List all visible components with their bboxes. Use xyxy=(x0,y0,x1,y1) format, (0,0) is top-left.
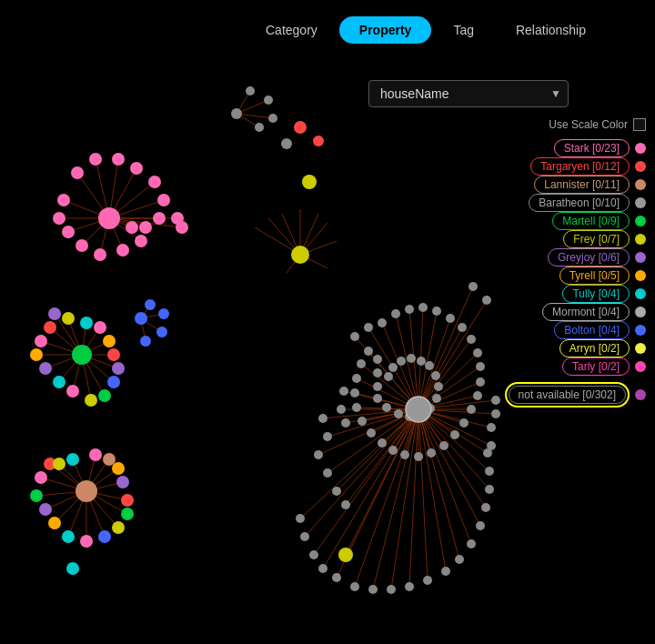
legend-items-container: Stark [0/23]Targaryen [0/12]Lannister [0… xyxy=(505,139,646,376)
legend-dot-10 xyxy=(635,325,646,336)
svg-point-144 xyxy=(476,377,485,387)
svg-point-212 xyxy=(483,448,492,458)
legend-dot-3 xyxy=(635,197,646,208)
svg-point-284 xyxy=(302,175,317,189)
svg-point-185 xyxy=(314,450,323,459)
svg-point-241 xyxy=(66,385,79,397)
svg-point-178 xyxy=(388,363,398,372)
legend-item: Tyrell [0/5] xyxy=(505,267,646,285)
svg-point-160 xyxy=(357,359,366,368)
svg-line-121 xyxy=(418,409,471,544)
svg-point-156 xyxy=(358,417,367,426)
svg-point-219 xyxy=(112,153,125,166)
svg-point-215 xyxy=(338,548,353,562)
svg-point-174 xyxy=(425,361,434,370)
svg-point-149 xyxy=(439,441,448,450)
legend-item: Targaryen [0/12] xyxy=(505,157,646,176)
svg-point-225 xyxy=(53,212,66,225)
svg-point-237 xyxy=(35,335,47,347)
svg-point-198 xyxy=(318,564,328,573)
svg-point-190 xyxy=(318,414,328,423)
svg-point-132 xyxy=(350,332,359,341)
legend-pill-5[interactable]: Frey [0/7] xyxy=(563,230,630,248)
svg-point-163 xyxy=(373,368,382,377)
svg-point-263 xyxy=(121,494,134,507)
tab-tag[interactable]: Tag xyxy=(433,16,494,44)
svg-point-153 xyxy=(388,446,398,455)
legend-pill-0[interactable]: Stark [0/23] xyxy=(554,139,630,157)
legend-item: Lannister [0/11] xyxy=(505,176,646,194)
use-scale-checkbox[interactable] xyxy=(633,118,646,131)
svg-point-265 xyxy=(112,462,125,475)
legend-item: Baratheon [0/10] xyxy=(505,194,646,212)
svg-point-211 xyxy=(485,467,494,476)
svg-point-148 xyxy=(450,430,459,439)
legend-pill-9[interactable]: Mormont [0/4] xyxy=(542,303,630,321)
svg-point-138 xyxy=(432,307,441,316)
svg-point-139 xyxy=(446,314,455,323)
svg-point-272 xyxy=(145,299,156,310)
svg-point-157 xyxy=(352,403,361,412)
legend-pill-10[interactable]: Bolton [0/4] xyxy=(554,321,630,339)
svg-point-136 xyxy=(405,305,414,314)
legend-pill-7[interactable]: Tyrell [0/5] xyxy=(559,267,630,285)
legend-pill-2[interactable]: Lannister [0/11] xyxy=(534,176,630,194)
legend-pill-12[interactable]: Tarly [0/2] xyxy=(562,357,630,376)
svg-point-259 xyxy=(80,535,93,548)
svg-point-175 xyxy=(417,357,426,366)
svg-point-181 xyxy=(339,387,348,396)
dropdown-wrapper: houseName ▼ xyxy=(368,80,569,107)
svg-line-53 xyxy=(237,114,273,118)
svg-point-134 xyxy=(378,318,387,327)
svg-point-278 xyxy=(264,96,273,105)
svg-line-66 xyxy=(382,323,418,409)
svg-point-203 xyxy=(405,582,414,591)
svg-point-283 xyxy=(281,138,292,149)
svg-point-218 xyxy=(89,153,102,166)
tab-category[interactable]: Category xyxy=(246,16,338,44)
svg-point-193 xyxy=(491,396,500,405)
legend-pill-4[interactable]: Martell [0/9] xyxy=(552,212,630,230)
svg-point-182 xyxy=(341,418,350,428)
not-available-pill[interactable]: not available [0/302] xyxy=(509,386,626,404)
legend-dot-7 xyxy=(635,270,646,281)
svg-point-277 xyxy=(246,86,255,96)
svg-point-173 xyxy=(431,371,440,380)
svg-line-111 xyxy=(314,409,418,555)
svg-point-264 xyxy=(116,476,129,488)
svg-point-220 xyxy=(130,162,143,175)
svg-point-165 xyxy=(373,394,382,403)
svg-point-183 xyxy=(482,296,491,305)
svg-point-273 xyxy=(158,308,169,319)
svg-point-246 xyxy=(107,348,120,361)
legend-pill-11[interactable]: Arryn [0/2] xyxy=(559,339,630,357)
legend-pill-3[interactable]: Baratheon [0/10] xyxy=(529,194,630,212)
svg-point-243 xyxy=(98,389,111,402)
tab-property[interactable]: Property xyxy=(339,16,432,44)
legend-pill-8[interactable]: Tully [0/4] xyxy=(562,285,630,303)
svg-point-147 xyxy=(459,418,469,428)
legend-item: Tully [0/4] xyxy=(505,285,646,303)
legend-pill-6[interactable]: Greyjoy [0/6] xyxy=(548,248,630,267)
legend-pill-1[interactable]: Targaryen [0/12] xyxy=(530,157,630,176)
svg-point-258 xyxy=(62,530,75,543)
svg-point-145 xyxy=(473,391,482,400)
svg-point-270 xyxy=(66,562,79,575)
legend-item: Tarly [0/2] xyxy=(505,357,646,376)
svg-point-164 xyxy=(373,382,382,391)
svg-point-177 xyxy=(397,357,406,366)
svg-point-240 xyxy=(53,376,66,388)
svg-point-151 xyxy=(414,452,423,461)
use-scale-label: Use Scale Color xyxy=(549,118,628,131)
svg-point-228 xyxy=(94,248,106,261)
svg-point-227 xyxy=(76,239,88,252)
svg-point-276 xyxy=(231,108,242,119)
legend-dot-6 xyxy=(635,252,646,263)
legend-dot-4 xyxy=(635,216,646,226)
svg-point-133 xyxy=(364,323,373,332)
property-dropdown[interactable]: houseName xyxy=(368,80,569,107)
svg-point-268 xyxy=(66,453,79,466)
svg-point-209 xyxy=(481,503,490,512)
tab-relationship[interactable]: Relationship xyxy=(496,16,606,44)
svg-point-271 xyxy=(135,312,147,325)
